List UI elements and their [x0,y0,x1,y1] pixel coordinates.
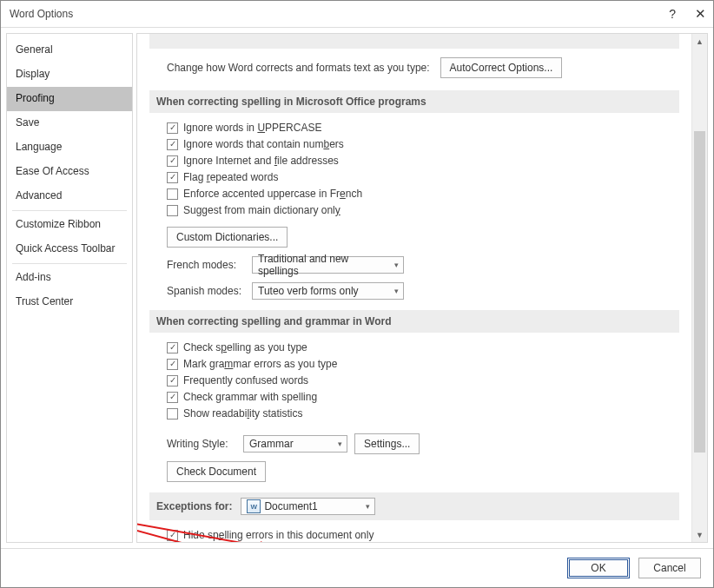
scroll-up-button[interactable]: ▲ [692,34,707,49]
spanish-modes-select[interactable]: Tuteo verb forms only ▾ [252,282,404,300]
office-spell-opt-4-label: Enforce accented uppercase in French [183,188,362,200]
help-icon[interactable]: ? [669,7,676,21]
sidebar-item-customize-ribbon[interactable]: Customize Ribbon [7,213,132,237]
office-spell-opt-1-row: Ignore words that contain numbers [167,138,679,150]
content-scrollbar[interactable]: ▲ ▼ [691,34,707,542]
word-spell-opt-1-label: Mark grammar errors as you type [183,358,337,370]
word-spell-opt-1-row: Mark grammar errors as you type [167,358,679,370]
office-spell-opt-0-label: Ignore words in UPPERCASE [183,122,321,134]
word-options-dialog: Word Options ? ✕ General Display Proofin… [0,0,714,588]
office-spell-opt-0-checkbox[interactable] [167,122,178,134]
word-spell-opt-1-checkbox[interactable] [167,359,178,370]
word-spell-opt-2-checkbox[interactable] [167,375,178,386]
check-document-button[interactable]: Check Document [167,461,266,482]
french-modes-label: French modes: [167,259,245,271]
sidebar-item-quick-access-toolbar[interactable]: Quick Access Toolbar [7,237,132,261]
hide-spelling-errors-checkbox[interactable] [167,530,178,541]
sidebar-item-advanced[interactable]: Advanced [7,184,132,208]
section-header-office-spelling: When correcting spelling in Microsoft Of… [149,90,679,113]
office-spell-opt-2-label: Ignore Internet and file addresses [183,155,339,167]
hide-spelling-errors-row: Hide spelling errors in this document on… [167,529,679,541]
office-spell-opt-4-row: Enforce accented uppercase in French [167,188,679,200]
sidebar-item-language[interactable]: Language [7,135,132,160]
writing-style-select[interactable]: Grammar ▾ [243,435,347,453]
titlebar: Word Options ? ✕ [1,1,713,28]
check-grammar-with-spelling-label: Check grammar with spelling [183,391,317,403]
check-grammar-with-spelling-row: Check grammar with spelling [167,391,679,403]
word-spell-opt-0-label: Check spelling as you type [183,341,307,353]
section-header-word-spelling-grammar: When correcting spelling and grammar in … [149,310,679,333]
french-modes-select[interactable]: Traditional and new spellings ▾ [252,256,404,274]
custom-dictionaries-button[interactable]: Custom Dictionaries... [167,227,288,248]
office-spell-opt-2-checkbox[interactable] [167,155,178,167]
sidebar-item-trust-center[interactable]: Trust Center [7,290,132,314]
top-partial-section [149,34,679,49]
chevron-down-icon: ▾ [333,439,347,448]
dialog-footer: OK Cancel [1,548,713,587]
writing-style-label: Writing Style: [167,438,236,450]
dialog-title: Word Options [10,8,73,20]
hide-spelling-errors-label: Hide spelling errors in this document on… [183,529,374,541]
sidebar-item-addins[interactable]: Add-ins [7,266,132,290]
exceptions-for-label: Exceptions for: [156,500,232,512]
office-spell-opt-5-label: Suggest from main dictionary only [183,204,340,216]
word-document-icon [247,499,261,513]
office-spell-opt-0-row: Ignore words in UPPERCASE [167,122,679,134]
scroll-track[interactable] [692,49,707,527]
office-spell-opt-3-checkbox[interactable] [167,172,178,183]
exceptions-document-select[interactable]: Document1 ▾ [241,498,375,515]
autocorrect-options-button[interactable]: AutoCorrect Options... [440,57,563,78]
section-header-exceptions: Exceptions for: Document1 ▾ [149,492,679,520]
word-spell-opt-2-row: Frequently confused words [167,374,679,386]
ok-button[interactable]: OK [567,558,630,578]
office-spell-opt-2-row: Ignore Internet and file addresses [167,155,679,167]
chevron-down-icon: ▾ [360,502,374,511]
sidebar-item-ease-of-access[interactable]: Ease Of Access [7,160,132,184]
sidebar-item-save[interactable]: Save [7,111,132,135]
spanish-modes-label: Spanish modes: [167,285,245,297]
chevron-down-icon: ▾ [389,261,403,269]
close-icon[interactable]: ✕ [695,6,706,22]
cancel-button[interactable]: Cancel [638,558,701,578]
autocorrect-intro-text: Change how Word corrects and formats tex… [167,62,430,74]
office-spell-opt-3-row: Flag repeated words [167,171,679,183]
office-spell-opt-4-checkbox[interactable] [167,188,178,200]
sidebar-item-display[interactable]: Display [7,63,132,87]
sidebar-item-proofing[interactable]: Proofing [7,87,132,111]
word-spell-opt-4-checkbox[interactable] [167,408,178,420]
word-spell-opt-4-row: Show readability statistics [167,407,679,420]
office-spell-opt-5-checkbox[interactable] [167,205,178,216]
word-spell-opt-2-label: Frequently confused words [183,374,308,386]
chevron-down-icon: ▾ [389,287,403,295]
word-spell-opt-0-row: Check spelling as you type [167,341,679,353]
word-spell-opt-4-label: Show readability statistics [183,407,302,420]
scroll-thumb[interactable] [694,131,705,453]
check-grammar-with-spelling-checkbox[interactable] [167,392,178,403]
office-spell-opt-1-label: Ignore words that contain numbers [183,138,344,150]
writing-style-settings-button[interactable]: Settings... [354,433,420,454]
content-pane: Change how Word corrects and formats tex… [136,33,708,543]
scroll-down-button[interactable]: ▼ [692,527,707,542]
office-spell-opt-5-row: Suggest from main dictionary only [167,204,679,216]
sidebar-item-general[interactable]: General [7,38,132,63]
sidebar: General Display Proofing Save Language E… [6,33,133,543]
office-spell-opt-1-checkbox[interactable] [167,139,178,150]
office-spell-opt-3-label: Flag repeated words [183,171,278,183]
word-spell-opt-0-checkbox[interactable] [167,342,178,353]
